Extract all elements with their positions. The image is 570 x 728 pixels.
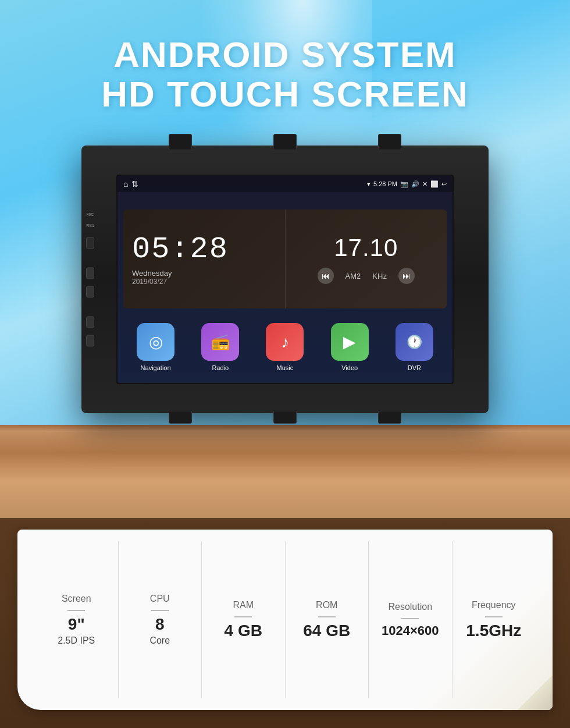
close-icon: ✕: [422, 180, 428, 188]
radio-frequency: 17.10: [334, 234, 398, 262]
spec-divider: [234, 616, 252, 617]
spec-cpu-sub: Core: [149, 635, 170, 646]
mount-hook: [169, 134, 192, 150]
spec-ram: RAM 4 GB: [202, 541, 286, 698]
status-left: ⌂ ⇅: [123, 179, 138, 189]
mount-hooks-bottom: [81, 411, 489, 424]
spec-ram-label: RAM: [233, 600, 254, 610]
spec-screen: Screen 9" 2.5D IPS: [35, 541, 119, 698]
device-container: M/C RS1 ⌂ ⇅ ▾ 5:28 PM: [81, 145, 489, 425]
spec-divider: [67, 610, 85, 611]
spec-screen-sub: 2.5D IPS: [58, 635, 95, 646]
clock-widget: 05:28 Wednesday 2019/03/27: [123, 209, 285, 308]
mic-label: M/C: [87, 212, 94, 216]
radio-controls: ⏮ AM2 KHz ⏭: [318, 268, 415, 284]
spec-divider: [318, 616, 336, 617]
spec-resolution-value: 1024×600: [382, 624, 439, 638]
spec-screen-label: Screen: [62, 594, 91, 604]
window-icon: ⬜: [430, 180, 439, 188]
camera-icon: 📷: [400, 180, 408, 188]
radio-app-icon: 📻: [201, 323, 239, 361]
spec-cpu-value: 8: [155, 616, 165, 634]
radio-prev-button[interactable]: ⏮: [318, 268, 334, 284]
spec-resolution-label: Resolution: [388, 602, 432, 612]
volume-icon: 🔊: [411, 180, 419, 188]
power-button[interactable]: [86, 237, 94, 249]
shelf-surface: [0, 425, 570, 518]
screen-area: ⌂ ⇅ ▾ 5:28 PM 📷 🔊 ✕ ⬜ ↩: [116, 175, 454, 384]
vol-up-button[interactable]: [86, 317, 94, 328]
spec-screen-value: 9": [68, 616, 85, 634]
clock-day: Wednesday: [132, 269, 276, 278]
radio-frame: M/C RS1 ⌂ ⇅ ▾ 5:28 PM: [81, 145, 489, 413]
mount-hook-bottom: [169, 411, 192, 424]
spec-frequency-value: 1.5GHz: [466, 622, 521, 640]
music-icon: ♪: [266, 323, 304, 361]
navigation-icon: ◎: [137, 323, 174, 361]
back-nav-icon: ↩: [441, 180, 447, 188]
app-navigation[interactable]: ◎ Navigation: [137, 323, 174, 371]
video-icon: ▶: [331, 323, 369, 361]
mount-hook: [378, 134, 401, 150]
mount-hooks-top: [81, 134, 489, 150]
app-radio-label: Radio: [212, 364, 229, 371]
app-music-label: Music: [277, 364, 294, 371]
spec-resolution: Resolution 1024×600: [369, 541, 453, 698]
spec-rom-label: ROM: [316, 600, 337, 610]
spec-frequency: Frequency 1.5GHz: [453, 541, 536, 698]
clock-time: 05:28: [132, 232, 276, 267]
hero-title-container: ANDROID SYSTEM HD TOUCH SCREEN: [0, 35, 570, 114]
app-video-label: Video: [341, 364, 358, 371]
app-nav-label: Navigation: [141, 364, 171, 371]
android-screen: ⌂ ⇅ ▾ 5:28 PM 📷 🔊 ✕ ⬜ ↩: [117, 176, 453, 383]
spec-ram-value: 4 GB: [225, 622, 262, 640]
back-button[interactable]: [86, 286, 94, 298]
hero-line2: HD TOUCH SCREEN: [0, 74, 570, 114]
spec-divider: [151, 610, 169, 611]
app-dvr[interactable]: 🕐 DVR: [396, 323, 433, 371]
side-buttons: M/C RS1: [86, 212, 94, 347]
status-right: ▾ 5:28 PM 📷 🔊 ✕ ⬜ ↩: [367, 180, 447, 188]
radio-next-button[interactable]: ⏭: [398, 268, 415, 284]
hero-line1: ANDROID SYSTEM: [0, 35, 570, 74]
spec-cpu-label: CPU: [150, 594, 170, 604]
wifi-icon: ▾: [367, 180, 370, 188]
mount-hook-bottom: [378, 411, 401, 424]
radio-widget: 17.10 ⏮ AM2 KHz ⏭: [285, 209, 447, 308]
app-video[interactable]: ▶ Video: [331, 323, 369, 371]
radio-unit: KHz: [372, 272, 387, 280]
mount-hook-bottom: [273, 411, 297, 424]
spec-divider: [401, 618, 419, 619]
vol-down-button[interactable]: [86, 335, 94, 347]
home-button[interactable]: [86, 268, 94, 279]
status-time: 5:28 PM: [373, 180, 397, 187]
spec-frequency-label: Frequency: [472, 600, 516, 610]
app-radio[interactable]: 📻 Radio: [201, 323, 239, 371]
spec-cpu: CPU 8 Core: [119, 541, 202, 698]
clock-date: 2019/03/27: [132, 278, 276, 286]
main-widget: 05:28 Wednesday 2019/03/27 17.10 ⏮ AM2 K…: [123, 209, 447, 308]
rst-label: RS1: [86, 223, 94, 228]
app-music[interactable]: ♪ Music: [266, 323, 304, 371]
spec-divider: [485, 616, 503, 617]
mount-hook: [273, 134, 297, 150]
dvr-icon: 🕐: [396, 323, 433, 361]
spec-card: Screen 9" 2.5D IPS CPU 8 Core RAM 4 GB R…: [17, 530, 553, 710]
app-dvr-label: DVR: [408, 364, 421, 371]
radio-band: AM2: [345, 272, 361, 280]
status-bar: ⌂ ⇅ ▾ 5:28 PM 📷 🔊 ✕ ⬜ ↩: [117, 176, 453, 192]
spec-rom-value: 64 GB: [303, 622, 350, 640]
spec-rom: ROM 64 GB: [286, 541, 369, 698]
app-grid: ◎ Navigation 📻 Radio ♪ M: [123, 323, 447, 371]
